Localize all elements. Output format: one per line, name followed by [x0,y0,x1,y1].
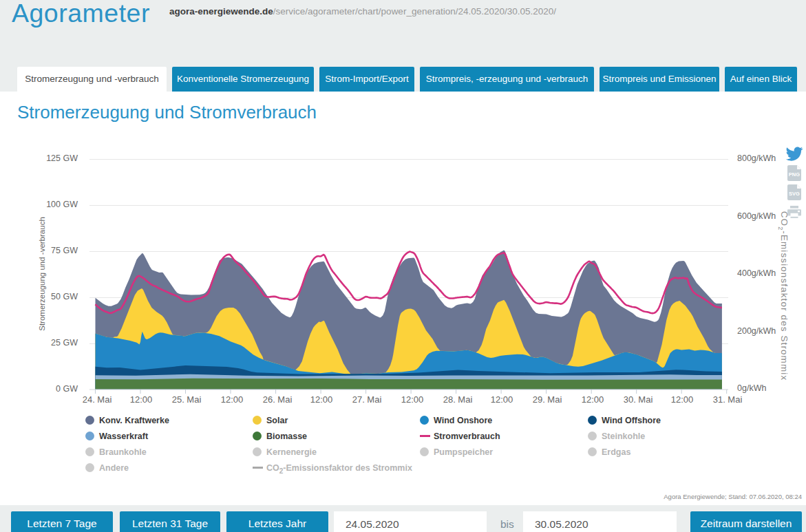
svg-text:SVG: SVG [789,191,800,197]
svg-text:PNG: PNG [789,171,800,178]
